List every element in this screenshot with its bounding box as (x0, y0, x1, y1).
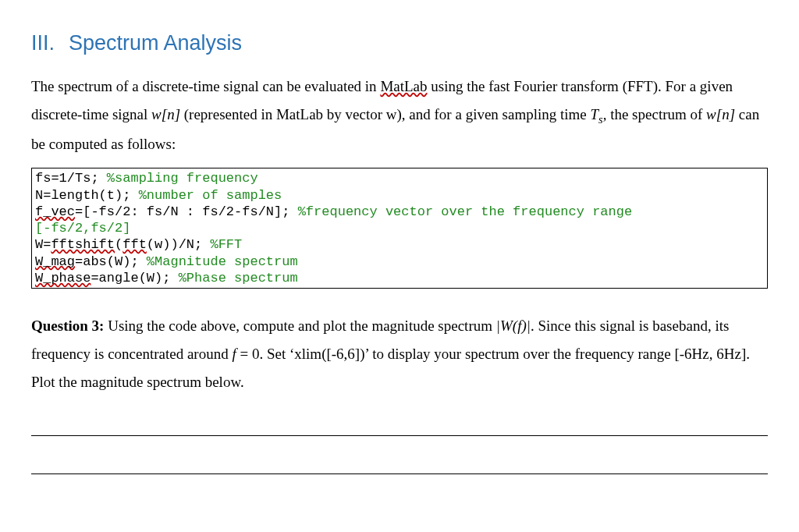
text: = 0 (236, 346, 260, 362)
spellcheck-code: fft (123, 237, 147, 252)
spellcheck-code: fftshift (51, 237, 115, 252)
intro-paragraph: The spectrum of a discrete-time signal c… (31, 73, 768, 158)
math-mag: |W(f)| (496, 317, 531, 334)
math-Ts-T: T (591, 106, 599, 122)
code-comment: %number of samples (139, 188, 282, 203)
text: , the spectrum of (603, 106, 706, 122)
code-text: fs=1/Ts; (35, 171, 107, 186)
math-wn: w[n] (151, 106, 180, 122)
math-wn2: w[n] (706, 106, 735, 122)
spellcheck-word-matlab: MatLab (380, 78, 427, 94)
answer-blank-line (31, 406, 768, 436)
code-text: N=length(t); (35, 188, 139, 203)
section-heading: III.Spectrum Analysis (31, 23, 768, 63)
text: (represented in MatLab by vector w), and… (180, 106, 591, 122)
spellcheck-code: W_mag (35, 254, 75, 269)
text: Using the code above, compute and plot t… (104, 317, 495, 334)
code-comment: %frequency vector over the frequency ran… (298, 204, 632, 219)
answer-blank-line (31, 444, 768, 474)
code-comment: %Magnitude spectrum (147, 254, 298, 269)
code-text: =angle(W); (91, 271, 178, 286)
section-number: III. (31, 31, 55, 55)
code-comment: %sampling frequency (107, 171, 258, 186)
code-text: W= (35, 237, 51, 252)
code-text: =[-fs/2: fs/N : fs/2-fs/N]; (75, 204, 298, 219)
spellcheck-code: f_vec (35, 204, 75, 219)
code-block: fs=1/Ts; %sampling frequency N=length(t)… (31, 168, 768, 289)
code-comment: %Phase spectrum (179, 271, 298, 286)
code-text: (w))/N; (147, 237, 211, 252)
code-text: =abs(W); (75, 254, 147, 269)
code-comment: [-fs/2,fs/2] (35, 221, 130, 236)
code-text: ( (115, 237, 123, 252)
section-title: Spectrum Analysis (69, 31, 242, 55)
text: The spectrum of a discrete-time signal c… (31, 78, 380, 94)
question-label: Question 3: (31, 317, 104, 334)
spellcheck-code: W_phase (35, 271, 91, 286)
code-comment: %FFT (210, 237, 242, 252)
question-paragraph: Question 3: Using the code above, comput… (31, 312, 768, 396)
